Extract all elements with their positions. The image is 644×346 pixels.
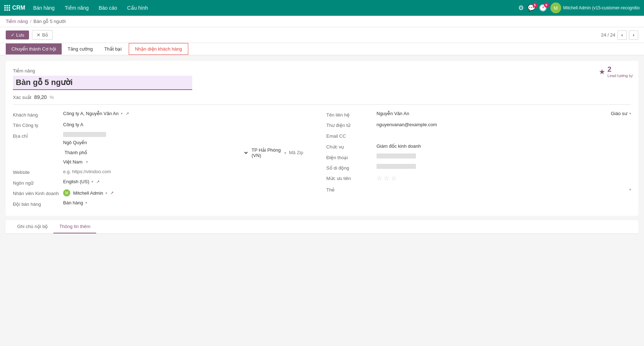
dien-thoai-value [377,153,631,160]
star-icon: ★ [599,67,605,76]
bottom-tabs: Ghi chú nội bộ Thông tin thêm [6,220,638,234]
website-input[interactable] [63,168,318,175]
website-row: Website [13,166,318,177]
nhan-vien-external-icon[interactable]: ↗ [110,190,114,195]
the-input[interactable] [377,186,627,193]
so-di-dong-blurred [377,164,416,169]
breadcrumb-parent[interactable]: Tiềm năng [6,19,28,24]
chuc-vu-label: Chức vụ [326,143,377,150]
top-navigation: CRM Bán hàng Tiềm năng Báo cáo Cấu hình … [0,0,644,16]
priority-star-2[interactable]: ☆ [384,174,389,182]
activities-badge: 9 [544,3,549,8]
khach-hang-external-icon[interactable]: ↗ [126,111,129,116]
menu-ban-hang[interactable]: Bán hàng [28,0,60,16]
menu-tiem-nang[interactable]: Tiềm năng [60,0,94,16]
ten-cong-ty-row: Tên Công ty [13,119,318,130]
activities-icon[interactable]: 🕐 9 [539,4,547,12]
chuc-vu-row: Chức vụ [326,141,631,152]
menu-bao-cao[interactable]: Báo cáo [94,0,122,16]
email-cc-label: Email CC [326,132,377,139]
lead-similar[interactable]: ★ 2 Lead tương tự [599,65,633,78]
discard-button[interactable]: ✕ Bỏ [32,30,53,40]
thu-dien-tu-input[interactable] [377,121,631,128]
probability-row: Xác suất 89,20 % [13,94,631,100]
ngon-ngu-label: Ngôn ngữ [13,179,63,186]
settings-icon[interactable]: ⚙ [518,4,524,12]
app-name: CRM [12,5,25,11]
messages-icon[interactable]: 💬 5 [527,4,535,12]
user-menu[interactable]: M Mitchell Admin (v15-customer-recogniti… [550,3,640,13]
so-di-dong-value [377,164,631,170]
main-content: ★ 2 Lead tương tự Tiềm năng Bàn gỗ 5 ngư… [0,55,644,344]
form-section-title: Tiềm năng [13,68,631,74]
email-cc-row: Email CC [326,130,631,141]
tab-enhance[interactable]: Tăng cường [62,43,98,54]
tab-ghi-chu[interactable]: Ghi chú nội bộ [11,220,53,233]
doi-ban-hang-label: Đội bán hàng [13,200,63,207]
tab-convert-opportunity[interactable]: Chuyển thành Cơ hội [6,43,62,54]
dien-thoai-row: Điện thoại [326,152,631,162]
svg-text:M: M [554,5,558,11]
checkmark-icon: ✓ [11,32,15,38]
province-select[interactable]: Thành phố [63,149,249,157]
thu-dien-tu-row: Thư điện tử [326,119,631,130]
zip-input[interactable] [289,149,318,156]
prev-button[interactable]: ‹ [617,30,627,40]
ten-cong-ty-input[interactable] [63,121,318,128]
title-dropdown-icon: ▾ [629,112,631,115]
tab-thong-tin-them[interactable]: Thông tin thêm [53,220,96,233]
ten-lien-he-label: Tên liên hệ [326,111,377,118]
app-logo[interactable]: CRM [4,5,25,11]
tab-lost[interactable]: Thất bại [99,43,128,54]
khach-hang-text: Công ty A, Nguyễn Văn An [63,111,119,116]
doi-ban-hang-row: Đội bán hàng Bán hàng ▾ [13,198,318,209]
thu-dien-tu-value [377,121,631,128]
dia-chi-row: Địa chỉ Thành phố TP Hải Phòng [13,130,318,166]
probability-label: Xác suất [13,95,31,100]
next-button[interactable]: › [629,30,638,40]
priority-star-3[interactable]: ☆ [391,174,397,182]
ngon-ngu-dropdown-icon: ▾ [91,180,93,184]
email-cc-value [377,132,631,139]
record-name-input[interactable]: Bàn gỗ 5 người [13,76,192,90]
the-value: ▾ [377,186,631,193]
email-cc-input[interactable] [377,132,631,139]
probability-unit: % [49,95,54,100]
nhan-vien-label: Nhân viên Kinh doanh [13,189,63,196]
website-value [63,168,318,175]
the-label: Thẻ [326,186,377,193]
khach-hang-label: Khách hàng [13,111,63,118]
form-right-col: Tên liên hệ Nguyễn Văn An Giáo sư ▾ Thư … [326,109,631,209]
main-menu: Bán hàng Tiềm năng Báo cáo Cấu hình [28,0,153,16]
nhan-vien-text: Mitchell Admin [73,190,103,196]
country-dropdown-icon: ▾ [86,160,88,164]
so-di-dong-row: Số di động [326,162,631,172]
chuc-vu-input[interactable] [377,143,631,150]
tab-identify-customer[interactable]: Nhận diện khách hàng [129,43,188,55]
form-grid: Khách hàng Công ty A, Nguyễn Văn An ▾ ↗ … [13,109,631,209]
chuc-vu-value [377,143,631,150]
top-right-actions: ⚙ 💬 5 🕐 9 M Mitchell Admin (v15-customer… [518,3,640,13]
grid-icon [4,5,10,11]
priority-star-1[interactable]: ☆ [377,174,382,182]
ten-lien-he-row: Tên liên hệ Nguyễn Văn An Giáo sư ▾ [326,109,631,119]
menu-cau-hinh[interactable]: Cấu hình [122,0,153,16]
form-left-col: Khách hàng Công ty A, Nguyễn Văn An ▾ ↗ … [13,109,318,209]
ten-lien-he-text: Nguyễn Văn An [377,111,409,116]
the-dropdown-icon: ▾ [629,188,631,191]
dia-chi-label: Địa chỉ [13,132,63,139]
city-input[interactable] [63,139,318,146]
ten-lien-he-value: Nguyễn Văn An Giáo sư ▾ [377,111,631,116]
action-tabs: Chuyển thành Cơ hội Tăng cường Thất bại … [0,43,644,55]
nhan-vien-dropdown-icon: ▾ [105,191,107,195]
pagination: 24 / 24 ‹ › [601,30,638,40]
website-label: Website [13,168,63,175]
province-value: TP Hải Phòng (VN) [252,147,281,158]
save-button[interactable]: ✓ Lưu [6,30,29,39]
street-blurred [63,132,318,138]
ngon-ngu-external-icon[interactable]: ↗ [96,179,100,184]
province-zip-row: Thành phố TP Hải Phòng (VN) ▾ [63,147,318,158]
country-row: Việt Nam ▾ [63,159,318,165]
so-di-dong-label: Số di động [326,164,377,171]
doi-ban-hang-value: Bán hàng ▾ [63,200,318,205]
